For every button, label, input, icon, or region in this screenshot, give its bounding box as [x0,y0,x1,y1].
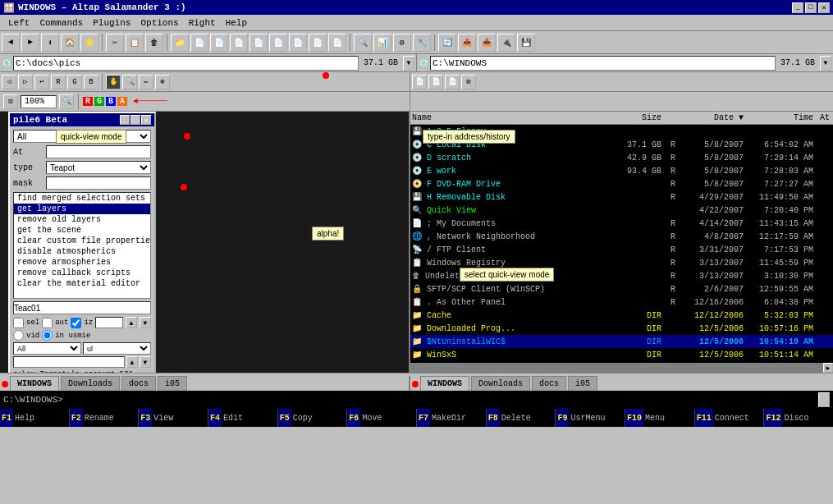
col-header-time[interactable]: Time [747,113,817,122]
file-row-cache[interactable]: 📁 Cache DIR 12/12/2006 5:32:03 PM [410,309,833,322]
file-row-otherpanel[interactable]: 📋 . As Other Panel R 12/16/2006 6:04:38 … [410,296,833,309]
file-row-quickview[interactable]: 🔍 Quick View 4/22/2007 7:20:40 PM [410,204,833,217]
col-header-name[interactable]: Name [410,113,607,122]
dialog-val-down[interactable]: ▼ [140,317,151,328]
dialog-mask-input[interactable] [46,176,151,190]
toolbar-btn-3[interactable]: ⬆ [41,34,59,52]
toolbar-btn-21[interactable]: 📥 [478,34,496,52]
zoom-in-btn[interactable]: 🔍 [59,94,74,109]
cmd-dropdown[interactable]: ▼ [818,392,830,407]
dialog-filter-select[interactable]: All [13,130,151,143]
toolbar-btn-13[interactable]: 📄 [309,34,327,52]
close-button[interactable]: ✕ [818,2,830,13]
file-row-mydocs[interactable]: 📄 ; My Documents R 4/14/2007 11:43:15 AM [410,217,833,230]
right-address-input[interactable] [430,56,776,71]
maximize-button[interactable]: □ [805,2,817,13]
left-tab-docs[interactable]: docs [121,376,156,391]
toolbar-btn-5[interactable]: ⭐ [80,34,98,52]
cb-iz[interactable] [71,318,81,328]
right-tab-docs[interactable]: docs [532,376,566,391]
b-btn[interactable]: B [106,97,116,106]
view-btn-8[interactable]: 🔍 [122,75,137,89]
view-btn-4[interactable]: R [51,75,66,89]
dialog-bot-select2[interactable]: ul [83,342,151,355]
file-row-ftp[interactable]: 📡 / FTP Client R 3/31/2007 7:17:53 PM [410,243,833,256]
menu-item-3[interactable]: get the scene [14,225,150,236]
file-row-f[interactable]: 📀 F DVD-RAM Drive R 5/8/2007 7:27:27 AM [410,177,833,190]
fkey-f10[interactable]: F10 Menu [625,409,695,427]
left-address-dropdown[interactable]: ▼ [403,56,414,71]
toolbar-btn-17[interactable]: ⚙ [393,34,411,52]
zoom-fit-btn[interactable]: ⊡ [3,94,18,109]
file-row-winsxs[interactable]: 📁 WinSxS DIR 12/5/2006 10:51:14 AM [410,348,833,361]
toolbar-btn-9[interactable]: 📄 [230,34,248,52]
right-tab-i05[interactable]: i05 [568,376,597,391]
menu-item-0[interactable]: find merged selection sets [14,193,150,204]
fkey-f3[interactable]: F3 View [139,409,208,427]
toolbar-btn-8[interactable]: 📄 [210,34,228,52]
a-btn[interactable]: A [117,97,127,106]
dialog-maximize-btn[interactable]: □ [130,115,140,125]
right-view-btn-1[interactable]: 📄 [412,75,427,89]
file-row-registry[interactable]: 📋 Windows Registry R 3/13/2007 11:45:59 … [410,256,833,269]
menu-item-8[interactable]: clear the material editor [14,278,150,289]
menu-item-7[interactable]: remove callback scripts [14,268,150,278]
toolbar-paste-btn[interactable]: 📋 [126,34,144,52]
toolbar-btn-16[interactable]: 📊 [373,34,391,52]
fkey-f1[interactable]: F1 Help [0,409,70,427]
fkey-f4[interactable]: F4 Edit [208,409,278,427]
fkey-f12[interactable]: F12 Disco [764,409,833,427]
file-row-ntuninstall[interactable]: 📁 $NtUninstallWIC$ DIR 12/5/2006 10:54:1… [410,335,833,348]
fkey-f11[interactable]: F11 Connect [695,409,765,427]
toolbar-btn-20[interactable]: 📤 [458,34,476,52]
menu-item-5[interactable]: disable atmospherics [14,246,150,257]
r-btn[interactable]: R [83,97,93,106]
view-btn-3[interactable]: ↩ [34,75,49,89]
right-address-dropdown[interactable]: ▼ [820,56,831,71]
dialog-close-btn[interactable]: ✕ [141,115,151,125]
toolbar-btn-11[interactable]: 📄 [269,34,287,52]
toolbar-del-btn[interactable]: 🗑 [145,34,163,52]
fkey-f8[interactable]: F8 Delete [487,409,556,427]
col-header-size[interactable]: Size [607,113,665,122]
cb-aut[interactable] [42,318,53,328]
scroll-right[interactable]: ► [823,363,833,373]
col-header-date[interactable]: Date ▼ [681,113,747,122]
view-btn-9[interactable]: ✏ [139,75,153,89]
toolbar-btn-19[interactable]: 🔄 [438,34,456,52]
view-btn-2[interactable]: ▷ [18,75,33,89]
view-btn-6[interactable]: B [84,75,98,89]
cmd-input[interactable] [63,395,818,405]
menu-left[interactable]: Left [3,16,34,30]
toolbar-btn-6[interactable]: 📁 [171,34,189,52]
menu-options[interactable]: Options [135,16,183,30]
left-tab-downloads[interactable]: Downloads [61,376,120,391]
right-view-btn-2[interactable]: 📄 [428,75,443,89]
menu-item-6[interactable]: remove armospheries [14,257,150,268]
view-btn-5[interactable]: G [67,75,82,89]
toolbar-btn-10[interactable]: 📄 [249,34,268,52]
view-btn-7[interactable]: ✋ [106,75,121,89]
dialog-minimize-btn[interactable]: _ [120,115,130,125]
minimize-button[interactable]: _ [792,2,803,13]
left-address-input[interactable] [13,56,359,71]
toolbar-copy-btn[interactable]: ✂ [106,34,124,52]
toolbar-btn-14[interactable]: 📄 [328,34,346,52]
right-view-btn-4[interactable]: ⚙ [461,75,476,89]
dialog-val-up[interactable]: ▲ [126,317,137,328]
file-row-e[interactable]: 💿 E work 93.4 GB R 5/8/2007 7:28:03 AM [410,164,833,177]
file-row-undelete[interactable]: 🗑 Undelete R 3/13/2007 3:10:30 PM [410,269,833,282]
toolbar-btn-4[interactable]: 🏠 [61,34,79,52]
dialog-val-input[interactable] [95,317,123,328]
cb-sel[interactable] [13,318,24,328]
menu-help[interactable]: Help [221,16,252,30]
fkey-f2[interactable]: F2 Rename [70,409,140,427]
toolbar-btn-2[interactable]: ► [21,34,39,52]
dialog-title-bar[interactable]: pile6 Beta _ □ ✕ [10,113,154,126]
menu-plugins[interactable]: Plugins [88,16,135,30]
left-tab-i05[interactable]: i05 [158,376,187,391]
fkey-f9[interactable]: F9 UsrMenu [556,409,625,427]
toolbar-btn-22[interactable]: 🔌 [497,34,515,52]
toolbar-btn-15[interactable]: 🔍 [354,34,372,52]
dialog-type-select[interactable]: Teapot [46,161,151,174]
